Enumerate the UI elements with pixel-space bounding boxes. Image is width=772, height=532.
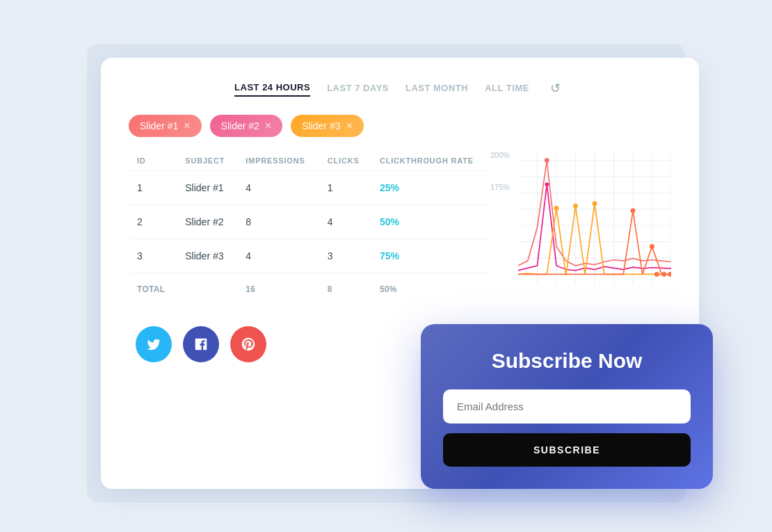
row1-id: 1 <box>129 170 177 204</box>
tab-24h[interactable]: LAST 24 HOURS <box>234 79 310 97</box>
col-rate: CLICKTHROUGH RATE <box>371 151 490 171</box>
slider-tag-3[interactable]: Slider #3 × <box>291 115 364 137</box>
col-impressions: IMPRESSIONS <box>237 151 319 171</box>
chart-labels: 200% 175% <box>490 151 510 191</box>
total-label: TOTAL <box>129 273 177 305</box>
row3-rate: 75% <box>371 239 490 273</box>
row2-rate: 50% <box>371 204 490 239</box>
slider-tag-3-label: Slider #3 <box>302 120 340 131</box>
svg-point-24 <box>661 271 666 276</box>
svg-point-20 <box>593 201 597 206</box>
svg-point-19 <box>573 203 578 208</box>
slider-tag-1-label: Slider #1 <box>140 120 178 131</box>
slider-tag-3-close[interactable]: × <box>346 120 352 131</box>
row3-subject: Slider #3 <box>177 239 237 273</box>
table-row: 1 Slider #1 4 1 25% <box>129 170 490 204</box>
slider-tag-2[interactable]: Slider #2 × <box>210 115 283 137</box>
row3-id: 3 <box>129 239 177 273</box>
subscribe-button[interactable]: SUBSCRIBE <box>443 433 691 467</box>
col-clicks: CLICKS <box>319 151 371 171</box>
svg-point-22 <box>650 244 654 249</box>
svg-point-21 <box>631 208 636 213</box>
svg-point-23 <box>654 271 659 276</box>
slider-tags: Slider #1 × Slider #2 × Slider #3 × <box>129 115 671 137</box>
row2-clicks: 4 <box>319 204 371 239</box>
data-table: ID SUBJECT IMPRESSIONS CLICKS CLICKTHROU… <box>129 151 490 305</box>
total-row: TOTAL 16 8 50% <box>129 273 490 305</box>
total-rate: 50% <box>371 273 490 305</box>
row3-impressions: 4 <box>237 239 319 273</box>
email-input[interactable] <box>443 389 691 424</box>
facebook-icon <box>193 337 209 352</box>
subscribe-title: Subscribe Now <box>443 349 691 373</box>
tab-7d[interactable]: LAST 7 DAYS <box>327 80 389 96</box>
slider-tag-2-close[interactable]: × <box>265 120 271 131</box>
tab-all[interactable]: ALL TIME <box>485 80 529 96</box>
scene: LAST 24 HOURS LAST 7 DAYS LAST MONTH ALL… <box>73 30 699 503</box>
row2-impressions: 8 <box>237 204 319 239</box>
slider-tag-1[interactable]: Slider #1 × <box>129 115 202 137</box>
chart-svg <box>518 151 671 285</box>
row1-rate: 25% <box>371 170 490 204</box>
pinterest-icon <box>241 337 256 352</box>
table-row: 3 Slider #3 4 3 75% <box>129 239 490 273</box>
total-impressions: 16 <box>237 273 319 305</box>
time-filters: LAST 24 HOURS LAST 7 DAYS LAST MONTH ALL… <box>129 79 671 98</box>
pinterest-button[interactable] <box>230 326 266 362</box>
total-empty <box>177 273 237 305</box>
svg-point-25 <box>668 271 671 276</box>
table-row: 2 Slider #2 8 4 50% <box>129 204 490 239</box>
twitter-button[interactable] <box>136 326 172 362</box>
slider-tag-2-label: Slider #2 <box>221 120 259 131</box>
row2-id: 2 <box>129 204 177 239</box>
chart-label-175: 175% <box>490 183 510 191</box>
subscribe-modal: Subscribe Now SUBSCRIBE <box>421 324 713 489</box>
total-clicks: 8 <box>319 273 371 305</box>
row1-subject: Slider #1 <box>177 170 237 204</box>
row1-impressions: 4 <box>237 170 319 204</box>
chart-section: 200% 175% <box>490 151 671 346</box>
chart-label-200: 200% <box>490 151 510 159</box>
tab-month[interactable]: LAST MONTH <box>405 80 468 96</box>
svg-point-17 <box>545 182 549 186</box>
svg-point-16 <box>545 158 549 163</box>
row2-subject: Slider #2 <box>177 204 237 239</box>
row3-clicks: 3 <box>319 239 371 273</box>
slider-tag-1-close[interactable]: × <box>184 120 190 131</box>
col-id: ID <box>129 151 177 171</box>
svg-point-18 <box>554 206 559 211</box>
twitter-icon <box>146 337 161 352</box>
facebook-button[interactable] <box>183 326 219 362</box>
row1-clicks: 1 <box>319 170 371 204</box>
refresh-button[interactable]: ↺ <box>546 79 565 98</box>
col-subject: SUBJECT <box>177 151 237 171</box>
